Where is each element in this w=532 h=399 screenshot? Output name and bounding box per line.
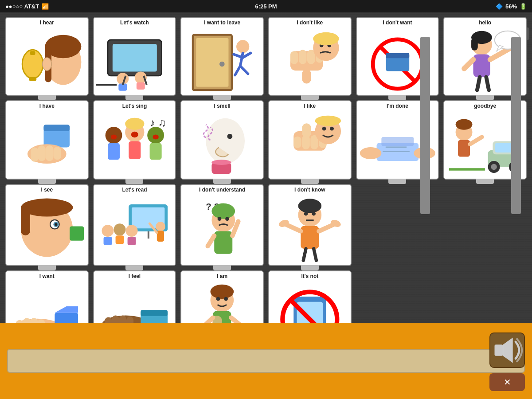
svg-point-122 (218, 217, 222, 221)
card-i-have[interactable]: I have (5, 100, 89, 179)
card-lets-sing-tab (125, 179, 143, 184)
svg-rect-39 (386, 53, 409, 59)
card-i-dont-want-tab (388, 95, 406, 100)
svg-point-121 (212, 203, 235, 219)
svg-rect-56 (53, 147, 61, 160)
card-i-dont-know-tab (301, 265, 319, 270)
status-left: ●●○○○ AT&T 📶 (5, 3, 49, 10)
svg-rect-83 (381, 137, 414, 146)
svg-rect-97 (458, 140, 470, 157)
svg-rect-170 (495, 344, 503, 356)
svg-point-110 (102, 225, 113, 237)
card-i-dont-understand-label: I don't understand (181, 185, 263, 194)
svg-point-86 (360, 147, 381, 159)
card-lets-watch[interactable]: Let's watch (93, 17, 176, 96)
main-area: 🔒 I hear (0, 12, 532, 323)
svg-rect-153 (141, 310, 168, 317)
card-lets-read-tab (125, 265, 143, 270)
card-i-dont-like[interactable]: I don't like (268, 17, 352, 96)
bottom-bar: ✕ (0, 323, 532, 399)
card-i-want-label: I want (6, 271, 88, 280)
svg-rect-106 (70, 226, 84, 240)
card-i-dont-like-label: I don't like (269, 18, 351, 27)
svg-line-22 (235, 66, 240, 75)
svg-point-69 (227, 134, 233, 139)
svg-point-112 (113, 223, 125, 235)
svg-point-116 (156, 222, 165, 231)
card-i-feel-label: I feel (94, 271, 176, 280)
svg-rect-29 (299, 50, 307, 64)
battery-label: 56% (505, 3, 517, 10)
svg-marker-171 (503, 338, 513, 363)
card-i-want-to-leave[interactable]: I want to leave (180, 17, 264, 96)
card-lets-read-image (94, 194, 176, 266)
card-hello-label: hello (444, 18, 526, 27)
svg-rect-42 (471, 37, 478, 50)
svg-rect-28 (290, 51, 298, 64)
svg-rect-111 (103, 237, 112, 245)
card-i-dont-like-image (269, 27, 351, 95)
card-i-smell[interactable]: I smell (180, 100, 264, 179)
svg-point-129 (304, 211, 308, 215)
card-i-smell-tab (213, 179, 231, 184)
svg-text:♪ ♫: ♪ ♫ (149, 117, 166, 129)
cards-grid: I hear (5, 17, 527, 353)
card-i-have-label: I have (6, 101, 88, 110)
card-i-hear[interactable]: I hear (5, 17, 89, 96)
svg-line-138 (314, 249, 317, 260)
col6-scrollbar[interactable] (511, 37, 521, 214)
card-i-dont-know-label: I don't know (269, 185, 351, 194)
card-i-see-label: I see (6, 185, 88, 194)
svg-point-7 (43, 58, 51, 70)
svg-point-114 (125, 225, 137, 237)
svg-line-133 (286, 225, 301, 231)
card-lets-sing[interactable]: Let's sing ♪ ♫ (93, 100, 176, 179)
card-i-like-tab (301, 179, 319, 184)
svg-rect-43 (473, 55, 490, 77)
card-i-like[interactable]: I like (268, 100, 352, 179)
svg-rect-27 (302, 69, 311, 83)
card-i-hear-image (6, 27, 88, 95)
card-lets-watch-tab (125, 95, 143, 100)
svg-line-98 (470, 137, 482, 144)
clear-button[interactable]: ✕ (489, 373, 525, 391)
svg-rect-13 (137, 82, 145, 90)
svg-rect-105 (21, 206, 30, 235)
svg-point-66 (131, 132, 138, 138)
svg-rect-75 (302, 135, 310, 149)
svg-rect-51 (44, 125, 70, 132)
carrier-label: ●●○○○ AT&T (5, 3, 39, 10)
card-i-have-image (6, 110, 88, 178)
speak-button[interactable] (489, 332, 525, 368)
svg-line-21 (240, 53, 243, 66)
card-i-smell-image (181, 110, 263, 178)
text-display-area[interactable] (7, 349, 525, 373)
svg-point-155 (211, 285, 234, 299)
card-i-see[interactable]: I see (5, 184, 89, 266)
svg-point-103 (55, 223, 57, 226)
card-hello-tab (476, 95, 494, 100)
card-i-want-to-leave-tab (213, 95, 231, 100)
col5-scrollbar[interactable] (420, 37, 430, 214)
clear-icon: ✕ (504, 377, 511, 387)
svg-marker-145 (55, 306, 78, 313)
time-display: 6:25 PM (255, 3, 277, 10)
svg-point-20 (236, 40, 249, 53)
svg-point-19 (219, 62, 225, 67)
svg-line-134 (319, 225, 333, 231)
svg-point-130 (312, 211, 316, 215)
card-i-dont-understand[interactable]: I don't understand ? ? ? (180, 184, 264, 266)
card-lets-read[interactable]: Let's read (93, 184, 176, 266)
card-i-have-tab (38, 179, 56, 184)
card-i-like-label: I like (269, 101, 351, 110)
card-i-dont-know[interactable]: I don't know (268, 184, 352, 266)
svg-line-126 (208, 236, 215, 246)
svg-point-71 (212, 160, 231, 165)
svg-point-123 (225, 217, 229, 221)
svg-line-45 (464, 59, 473, 68)
svg-rect-94 (495, 143, 513, 153)
svg-point-61 (125, 118, 144, 130)
status-right: 🔷 56% 🔋 (496, 3, 527, 10)
svg-rect-1 (29, 77, 37, 81)
svg-point-81 (315, 116, 341, 126)
